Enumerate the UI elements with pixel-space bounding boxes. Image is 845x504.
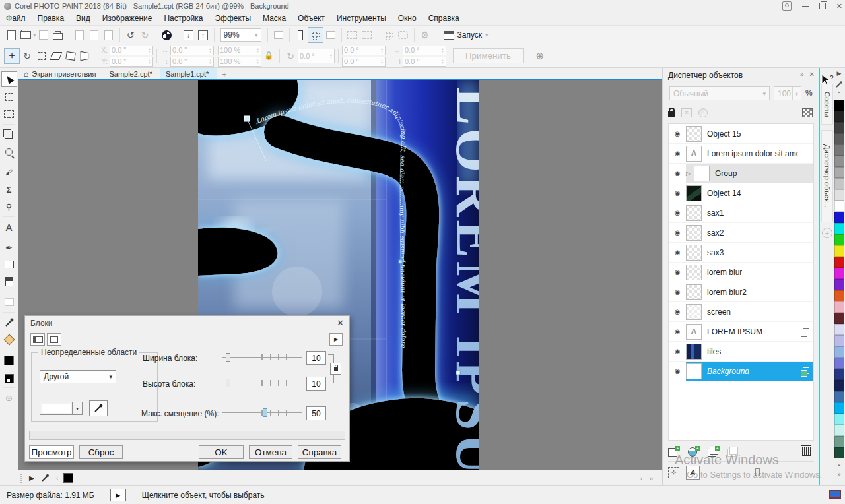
palette-swatch-15[interactable] xyxy=(834,268,844,279)
pick-tool[interactable] xyxy=(1,71,17,87)
size-width-field[interactable]: 0.0 "▲▼ xyxy=(170,46,214,55)
minimize-button[interactable] xyxy=(802,6,809,7)
menu-item-2[interactable]: Вид xyxy=(70,13,96,24)
menu-item-5[interactable]: Эффекты xyxy=(209,13,257,24)
object-row-object14[interactable]: ◉ Object 14 xyxy=(669,183,813,203)
palette-swatch-25[interactable] xyxy=(834,380,844,391)
object-row-object15[interactable]: ◉ Object 15 xyxy=(669,124,813,144)
restore-button[interactable] xyxy=(819,3,826,9)
text-tool[interactable]: A xyxy=(2,220,17,234)
menu-item-4[interactable]: Настройка xyxy=(158,13,209,24)
menu-item-0[interactable]: Файл xyxy=(0,13,32,24)
account-icon[interactable] xyxy=(782,1,792,11)
play-button[interactable]: ▶ xyxy=(29,474,34,482)
perspective-mode-icon[interactable] xyxy=(78,49,92,63)
add-docker-button[interactable]: + xyxy=(822,228,832,238)
docker-tab-object-manager[interactable]: Диспетчер объек... xyxy=(821,130,833,222)
new-lens-button[interactable]: + xyxy=(688,447,698,457)
current-color-swatch[interactable] xyxy=(63,473,73,483)
position-y-field[interactable]: 0.0 "▲▼ xyxy=(110,57,153,67)
menu-item-10[interactable]: Справка xyxy=(422,13,465,24)
shape-tool[interactable] xyxy=(2,257,17,272)
block-height-value[interactable]: 10 xyxy=(306,377,326,391)
docker-tab-tips[interactable]: Советы xyxy=(821,84,833,125)
object-row-lorem-blur2[interactable]: ◉ lorem blur2 xyxy=(669,282,813,302)
paste-button[interactable] xyxy=(102,28,116,42)
blend-icon[interactable] xyxy=(698,108,708,117)
visibility-eye-icon[interactable]: ◉ xyxy=(669,348,686,355)
palette-swatch-24[interactable] xyxy=(834,369,844,380)
clip-to-mask-button[interactable] xyxy=(396,28,411,42)
dialog-flyout-button[interactable]: ▶ xyxy=(329,333,343,346)
palette-swatch-13[interactable] xyxy=(834,245,844,257)
display-color-icon[interactable] xyxy=(829,490,841,499)
prev-color-arrow[interactable]: ‹ xyxy=(56,474,58,482)
visibility-eye-icon[interactable]: ◉ xyxy=(669,249,686,256)
rotation-angle-field[interactable]: 0.0 °▲▼ xyxy=(298,49,335,63)
group-expander-icon[interactable]: ▷ xyxy=(686,170,693,177)
palette-eyedropper-icon[interactable] xyxy=(836,79,843,89)
object-row-background[interactable]: ◉ Background xyxy=(669,362,813,381)
duplicate-object-button[interactable]: + xyxy=(708,447,718,457)
effect-tool[interactable]: Σ xyxy=(2,182,17,197)
distort-mode-icon[interactable] xyxy=(63,49,78,63)
eraser-tool[interactable] xyxy=(2,274,17,289)
menu-item-6[interactable]: Маска xyxy=(257,13,292,24)
palette-swatch-22[interactable] xyxy=(834,346,844,358)
max-offset-slider[interactable] xyxy=(222,408,302,417)
menu-item-8[interactable]: Инструменты xyxy=(331,13,392,24)
dialog-close-icon[interactable]: ✕ xyxy=(337,318,344,328)
frame-icon[interactable]: ✕ xyxy=(681,108,692,117)
close-button[interactable]: ✕ xyxy=(836,3,842,10)
palette-swatch-2[interactable] xyxy=(834,122,844,133)
thumbnail-size-thumb[interactable] xyxy=(755,468,760,476)
tab-sample1[interactable]: Sample1.cpt* xyxy=(160,68,217,79)
palette-swatch-11[interactable] xyxy=(834,223,844,234)
palette-swatch-20[interactable] xyxy=(834,324,844,335)
panel-collapse-icon[interactable]: » xyxy=(800,71,804,78)
add-properties-icon[interactable]: ⊕ xyxy=(533,49,547,63)
visibility-eye-icon[interactable]: ◉ xyxy=(669,288,686,296)
lock-ratio-icon[interactable]: 🔓 xyxy=(261,49,276,63)
menu-item-3[interactable]: Изображение xyxy=(96,13,158,24)
object-row-group[interactable]: ◉ ▷ Group xyxy=(669,164,813,183)
palette-swatch-5[interactable] xyxy=(834,156,844,167)
undefined-areas-dropdown[interactable]: Другой▾ xyxy=(40,370,116,383)
rulers-toggle-button[interactable] xyxy=(293,28,308,42)
object-row-lorem-blur[interactable]: ◉ lorem blur xyxy=(669,263,813,282)
transparency-grid-button[interactable] xyxy=(382,28,396,42)
foreground-color-swatch[interactable] xyxy=(2,353,17,367)
palette-swatch-23[interactable] xyxy=(834,358,844,369)
guidelines-toggle-button[interactable] xyxy=(323,28,338,42)
block-height-slider[interactable] xyxy=(222,379,302,387)
redo-button[interactable]: ↻ xyxy=(138,28,152,42)
brush-tool[interactable]: ✒ xyxy=(2,240,17,255)
rotate-mode-icon[interactable]: ↻ xyxy=(20,49,34,63)
skew-mode-icon[interactable] xyxy=(49,49,63,63)
fit-to-window-button[interactable] xyxy=(271,28,286,42)
zoom-level-combobox[interactable]: 99% ▾ xyxy=(220,28,261,42)
statusbar-flyout-button[interactable]: ▶ xyxy=(110,489,126,501)
crop-tool[interactable] xyxy=(2,127,17,142)
block-width-value[interactable]: 10 xyxy=(306,351,326,365)
marquee-visible-button[interactable]: ⊹ xyxy=(668,467,679,478)
mask-transform-tool[interactable]: ​ xyxy=(2,90,17,104)
lock-checker-icon[interactable] xyxy=(802,108,813,117)
visibility-eye-icon[interactable]: ◉ xyxy=(669,150,686,157)
object-row-sax3[interactable]: ◉ sax3 xyxy=(669,243,813,263)
palette-swatch-10[interactable] xyxy=(834,212,844,223)
palette-scroll-up-icon[interactable]: ⌃ xyxy=(836,89,842,100)
new-object-button[interactable]: + xyxy=(668,447,679,457)
palette-swatch-14[interactable] xyxy=(834,257,844,268)
stretch-x-field[interactable]: 0.0 °▲▼ xyxy=(403,46,446,55)
max-offset-slider-thumb[interactable] xyxy=(263,408,267,417)
scale-x-field[interactable]: 100 %▲▼ xyxy=(218,46,261,55)
clone-tool[interactable]: ⚲ xyxy=(2,199,17,214)
launch-button[interactable]: Запуск ▾ xyxy=(440,30,492,40)
skew-y-field[interactable]: 0.0 °▲▼ xyxy=(342,57,386,67)
reset-button[interactable]: Сброс xyxy=(79,445,123,459)
palette-swatch-4[interactable] xyxy=(834,144,844,156)
background-color-swatch[interactable] xyxy=(2,370,17,385)
zoom-tool[interactable] xyxy=(2,144,17,159)
block-height-slider-thumb[interactable] xyxy=(226,379,230,387)
